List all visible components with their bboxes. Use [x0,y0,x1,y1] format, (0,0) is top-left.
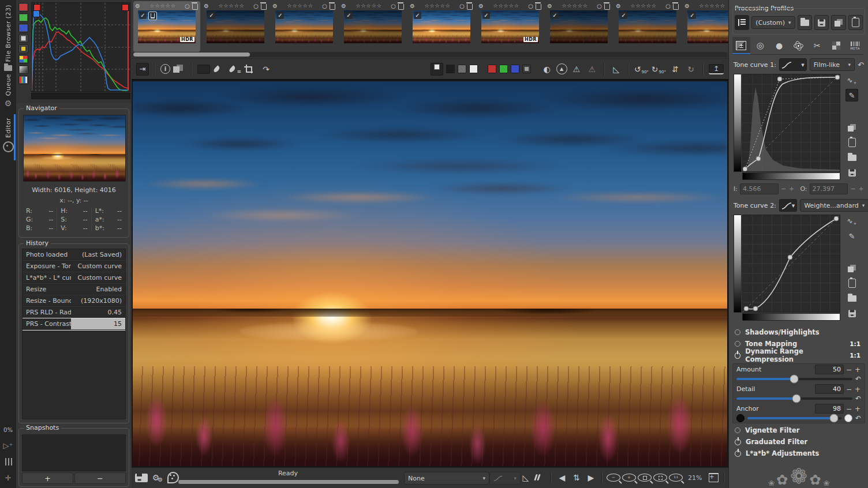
before-after-view-button[interactable] [173,65,186,74]
thumb-settings-icon[interactable]: ⚙ [410,3,415,9]
decrement-button[interactable]: − [845,405,852,413]
preferences-sliders-icon[interactable] [5,458,12,466]
color-label-icon[interactable]: ○ [597,3,602,9]
slider-thumb[interactable] [792,394,801,403]
decrement-button[interactable]: − [845,385,852,393]
filmstrip-thumbnail[interactable]: ⚙ ☆☆☆☆☆ ○ ✓ [271,1,338,52]
star-icon[interactable]: ☆ [646,3,651,9]
channel-green-button[interactable] [499,65,508,73]
load-profile-button[interactable] [798,15,812,30]
channel-red-button[interactable] [488,65,496,73]
star-icon[interactable]: ☆ [715,3,720,9]
star-icon[interactable]: ☆ [372,3,376,9]
load-curve-button[interactable] [845,292,858,305]
zoom-fit-button[interactable] [638,474,652,482]
star-icon[interactable]: ☆ [652,3,656,9]
previous-image-button[interactable]: ◀ [556,471,568,484]
star-icon[interactable]: ☆ [377,3,381,9]
profile-dropdown[interactable]: (Custom) ▾ [751,16,795,29]
color-label-icon[interactable]: ○ [322,3,327,9]
filmstrip-thumbnail[interactable]: ⚙ ☆☆☆☆☆ ○ ✓ HDR [133,1,200,52]
background-black-button[interactable] [446,65,455,73]
pencil-edit-button[interactable]: ✎ [845,230,858,242]
channel-luminosity-button[interactable] [522,65,531,73]
input-value-field[interactable]: 4.566 [740,183,779,194]
reset-button[interactable]: ↶ [855,395,861,403]
star-icon[interactable]: ☆ [298,3,302,9]
star-icon[interactable]: ☆ [229,3,234,9]
star-icon[interactable]: ☆ [308,3,313,9]
tool-section-row[interactable]: Graduated Filter [732,436,864,448]
delete-snapshot-button[interactable]: − [74,472,126,484]
copy-curve-button[interactable] [845,262,858,275]
background-gray-button[interactable] [458,65,466,73]
thumb-settings-icon[interactable]: ⚙ [341,3,346,9]
history-row[interactable]: PRS RLD - Radius 0.45 [23,307,125,318]
star-icon[interactable]: ☆ [155,3,160,9]
filmstrip-scrollbar[interactable] [133,52,727,57]
input-decrement[interactable]: − [781,185,787,193]
star-icon[interactable]: ☆ [424,3,429,9]
history-row[interactable]: Exposure - Tone c... Custom curve [23,261,125,272]
tab-advanced[interactable] [790,37,807,54]
focus-mask-button[interactable]: ▲ [556,63,567,74]
flip-vertical-button[interactable]: ⇵ [669,63,682,76]
profile-fill-mode-button[interactable] [735,15,749,30]
add-snapshot-button[interactable]: + [22,472,73,484]
star-icon[interactable]: ☆ [440,3,445,9]
color-picker-button[interactable] [229,64,241,74]
edit-point-button[interactable]: ∿+ [845,74,858,87]
star-icon[interactable]: ☆ [234,3,239,9]
star-icon[interactable]: ☆ [573,3,577,9]
curve-preview-dropdown[interactable]: ▾ [489,472,521,485]
sync-filmstrip-button[interactable]: ⇅ [570,471,583,484]
tab-queue[interactable]: Queue ⚙ [0,74,16,107]
star-icon[interactable]: ☆ [583,3,588,9]
gamut-check-button[interactable] [534,474,547,482]
star-icon[interactable]: ☆ [509,3,514,9]
save-curve-button[interactable] [845,307,858,320]
thumb-settings-icon[interactable]: ⚙ [616,3,621,9]
history-row[interactable]: Resize Enabled [23,284,125,295]
zoom-100-button[interactable]: 1:1 [669,474,683,482]
star-icon[interactable]: ☆ [630,3,635,9]
slider-track[interactable] [747,417,841,419]
filmstrip-scrollbar-thumb[interactable] [133,52,250,57]
tab-metadata[interactable]: META [846,37,864,54]
increment-button[interactable]: + [854,385,861,393]
star-icon[interactable]: ☆ [578,3,582,9]
move-icon[interactable]: ✛ [5,474,12,482]
thumb-settings-icon[interactable]: ⚙ [684,3,690,9]
thumb-settings-icon[interactable]: ⚙ [478,3,484,9]
soft-proofing-button[interactable]: ◺ [519,471,532,484]
navigator-preview[interactable] [23,115,126,182]
star-icon[interactable]: ☆ [720,3,725,9]
filmstrip-thumbnail[interactable]: ⚙ ☆☆☆☆☆ ○ ✓ [614,1,681,52]
background-white-button[interactable] [469,65,478,73]
dock-left-panel-button[interactable]: ⇥ [136,63,149,76]
thumb-settings-icon[interactable]: ⚙ [204,3,209,9]
slider-thumb[interactable] [790,374,799,383]
black-white-preview-button[interactable]: ◐ [541,63,553,76]
shadow-clip-indicator[interactable] [33,10,40,17]
star-icon[interactable]: ☆ [366,3,371,9]
histogram-mode-toggle[interactable] [18,76,28,84]
star-icon[interactable]: ☆ [493,3,497,9]
increment-button[interactable]: + [854,405,861,413]
save-curve-button[interactable] [845,166,858,179]
history-row[interactable]: L*a*b* - L* curve Custom curve [23,272,125,284]
paste-curve-button[interactable] [845,277,858,290]
output-increment[interactable]: + [858,185,864,193]
color-label-icon[interactable]: ○ [253,3,259,9]
tab-detail[interactable]: ◎ [751,37,769,54]
tab-file-browser[interactable]: File Browser (23) [0,5,16,71]
add-detail-window-button[interactable]: + [707,471,720,484]
section-state-icon[interactable] [735,352,740,359]
star-icon[interactable]: ☆ [562,3,566,9]
copy-curve-button[interactable] [845,121,858,134]
section-state-icon[interactable] [735,329,740,335]
star-icon[interactable]: ☆ [224,3,229,9]
filmstrip-thumbnail[interactable]: ⚙ ☆☆☆☆☆ ○ ✓ HDR [477,1,544,52]
star-icon[interactable]: ☆ [287,3,291,9]
slider-thumb[interactable] [829,414,838,422]
